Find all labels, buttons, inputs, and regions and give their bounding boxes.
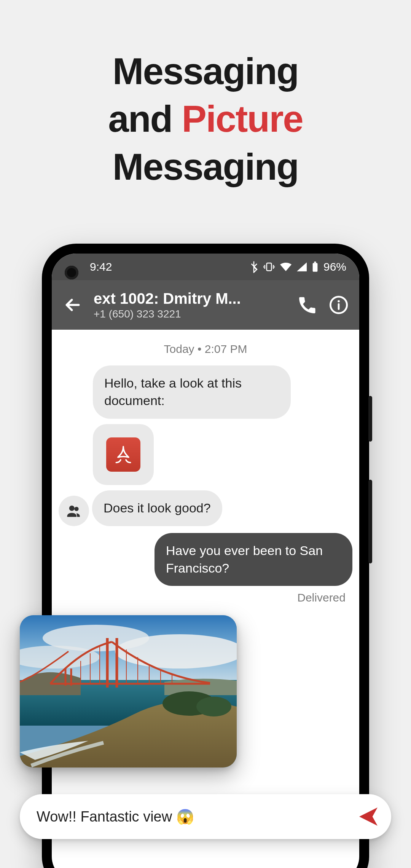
group-icon (66, 503, 82, 519)
info-icon[interactable] (329, 295, 349, 315)
avatar[interactable] (59, 496, 89, 526)
contact-block[interactable]: ext 1002: Dmitry M... +1 (650) 323 3221 (94, 290, 286, 320)
svg-rect-1 (313, 263, 318, 272)
battery-icon (312, 262, 318, 272)
battery-percent: 96% (323, 260, 346, 273)
camera-hole (65, 266, 78, 279)
message-row-incoming: Does it look good? (59, 490, 352, 526)
message-bubble[interactable]: Have you ever been to San Francisco? (155, 533, 352, 586)
pdf-icon (106, 437, 140, 472)
message-bubble[interactable]: Hello, take a look at this document: (93, 365, 291, 419)
phone-side-button (368, 396, 372, 442)
date-separator: Today • 2:07 PM (59, 343, 352, 356)
headline-word: Messaging (113, 50, 298, 92)
statusbar-time: 9:42 (90, 260, 112, 273)
picture-message[interactable] (20, 615, 237, 767)
svg-point-5 (69, 506, 75, 511)
svg-rect-2 (314, 262, 316, 263)
chat-header: ext 1002: Dmitry M... +1 (650) 323 3221 (52, 280, 359, 330)
bluetooth-icon (250, 261, 258, 273)
contact-name: ext 1002: Dmitry M... (94, 290, 286, 307)
promo-headline: Messaging and Picture Messaging (0, 48, 411, 191)
headline-word: Messaging (113, 146, 298, 188)
chat-body: Today • 2:07 PM Hello, take a look at th… (52, 330, 359, 604)
statusbar: 9:42 96% (52, 254, 359, 280)
svg-rect-0 (267, 263, 272, 271)
phone-screen: 9:42 96% ext 1002: Dmitry M... +1 (650) … (52, 254, 359, 868)
headline-word: and (108, 98, 182, 140)
send-icon[interactable] (356, 804, 381, 829)
signal-icon (297, 262, 307, 271)
compose-bar: Wow!! Fantastic view 😱 (20, 794, 391, 839)
svg-point-6 (74, 507, 78, 511)
compose-input[interactable]: Wow!! Fantastic view 😱 (37, 808, 356, 825)
back-icon[interactable] (62, 295, 83, 315)
phone-icon[interactable] (298, 295, 317, 315)
pdf-attachment[interactable] (93, 424, 154, 485)
statusbar-right: 96% (250, 260, 346, 273)
phone-frame: 9:42 96% ext 1002: Dmitry M... +1 (650) … (42, 244, 369, 868)
wifi-icon (280, 262, 292, 271)
message-row-outgoing: Have you ever been to San Francisco? (59, 533, 352, 586)
contact-number: +1 (650) 323 3221 (94, 308, 286, 320)
phone-side-button (368, 480, 372, 563)
svg-point-4 (338, 300, 340, 302)
message-row-attachment (59, 424, 352, 485)
message-bubble[interactable]: Does it look good? (92, 490, 222, 526)
delivery-status: Delivered (59, 591, 352, 604)
message-row-incoming: Hello, take a look at this document: (59, 365, 352, 419)
vibrate-icon (263, 262, 275, 272)
svg-point-21 (196, 697, 231, 716)
headline-accent-word: Picture (182, 98, 303, 140)
